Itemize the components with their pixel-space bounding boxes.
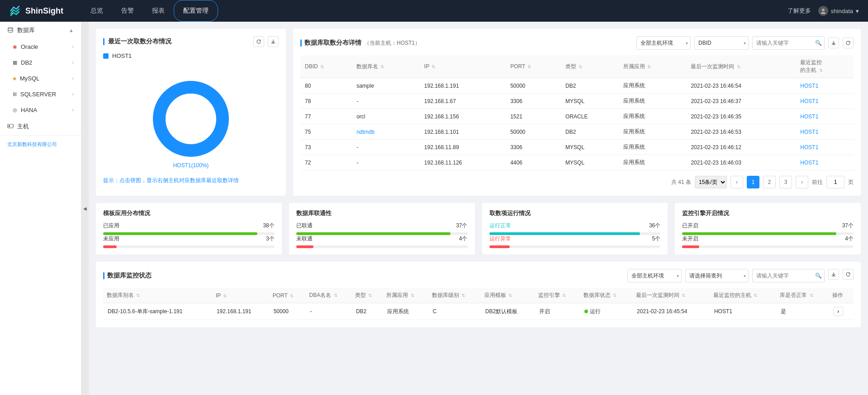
stat-label: 已联通 [296,222,313,230]
cell-app: 应用系统 [619,109,687,124]
host-section-icon [7,123,14,131]
sidebar-item-mysql[interactable]: ◈ MySQL › [0,71,81,86]
sidebar-item-db2[interactable]: ▦ DB2 › [0,55,81,71]
page-input[interactable] [826,176,844,188]
col-app[interactable]: 所属应用 ⇅ [619,55,687,78]
detail-table: DBID ⇅ 数据库名 ⇅ IP ⇅ PORT ⇅ 类型 ⇅ 所属应用 ⇅ 最后… [300,55,854,170]
nav-config[interactable]: 配置管理 [174,0,218,22]
host-link[interactable]: HOST1 [800,98,818,104]
user-avatar [818,6,828,16]
pie-container[interactable]: HOST1(100%) [103,65,279,173]
col-host[interactable]: 最近监控的主机 ⇅ [796,55,854,78]
hana-chevron: › [72,108,74,113]
detail-search-input[interactable] [752,36,825,50]
host-link[interactable]: HOST1 [800,129,818,135]
nav-alert[interactable]: 告警 [112,0,143,22]
sidebar-footer[interactable]: 北京新数科技有限公司 [0,135,81,153]
sidebar-collapse-tab[interactable]: ◀ [81,22,89,395]
mcol-ip[interactable]: IP ⇅ [212,288,269,303]
stat-item-1-1: 未联通 4个 [296,235,468,243]
mcol-host[interactable]: 最近监控的主机 ⇅ [710,288,776,303]
monitor-env-filter[interactable]: 全部主机环境 [627,269,682,282]
monitor-search-input[interactable] [752,269,825,282]
learn-more-link[interactable]: 了解更多 [787,7,811,15]
mcol-type[interactable]: 类型 ⇅ [351,288,383,303]
collapse-tab-icon: ◀ [83,206,87,211]
sidebar-section-host[interactable]: 主机 [0,118,81,135]
cell-last-time: 2021-02-23 16:46:35 [686,109,796,124]
pie-download-btn[interactable] [268,36,279,47]
sidebar-section-database[interactable]: 数据库 ▲ [0,22,81,39]
host-link[interactable]: HOST1 [800,113,818,120]
pie-card-title-row: 最近一次取数分布情况 [103,36,279,47]
page-btn-1[interactable]: 1 [747,176,759,188]
mcol-normal[interactable]: 库是否正常 ⇅ [776,288,829,303]
m-op-btn[interactable]: › [833,307,843,316]
mcol-template[interactable]: 应用模板 ⇅ [481,288,535,303]
col-last-time[interactable]: 最后一次监测时间 ⇅ [686,55,796,78]
prev-page-btn[interactable]: ‹ [730,176,743,188]
type-filter[interactable]: DBID [694,36,749,50]
col-type[interactable]: 类型 ⇅ [561,55,619,78]
mcol-port[interactable]: PORT ⇅ [269,288,306,303]
col-dbid[interactable]: DBID ⇅ [300,55,352,78]
user-info[interactable]: shindata ▾ [818,6,859,16]
user-dropdown-icon[interactable]: ▾ [856,8,859,14]
dbname-link[interactable]: ndtmdb [356,129,375,135]
mcol-app[interactable]: 所属应用 ⇅ [383,288,428,303]
cell-host: HOST1 [796,109,854,124]
detail-card: 数据库取数分布详情 （当前主机：HOST1） 全部主机环境 DBID [293,29,861,196]
detail-card-header: 数据库取数分布详情 （当前主机：HOST1） 全部主机环境 DBID [300,36,854,50]
sidebar-mysql-label: MySQL [20,75,69,82]
detail-download-btn[interactable] [828,38,839,48]
host-link[interactable]: HOST1 [800,144,818,150]
cell-last-time: 2021-02-23 16:46:12 [686,140,796,155]
database-collapse-icon[interactable]: ▲ [69,28,74,33]
sidebar-item-sqlserver[interactable]: ⊞ SQLSERVER › [0,86,81,102]
stat-bar [489,245,510,248]
pie-chart[interactable] [146,74,236,164]
monitor-refresh-btn[interactable] [843,269,854,280]
mysql-chevron: › [72,76,74,81]
mcol-engine[interactable]: 监控引擎 ⇅ [535,288,580,303]
stat-item-2-1: 运行异常 5个 [489,235,661,243]
monitor-title-border [103,272,104,279]
mcol-alias[interactable]: 数据库别名 ⇅ [103,288,212,303]
monitor-refresh-icon [845,272,851,277]
detail-refresh-btn[interactable] [843,38,854,48]
main-content: 最近一次取数分布情况 HOST1 [89,22,868,395]
col-ip[interactable]: IP ⇅ [420,55,506,78]
col-dbname[interactable]: 数据库名 ⇅ [352,55,420,78]
page-size-select[interactable]: 15条/页 [695,176,727,188]
pie-refresh-btn[interactable] [253,36,264,47]
detail-search-icon[interactable]: 🔍 [815,40,822,46]
sqlserver-icon: ⊞ [13,91,17,97]
sidebar-item-oracle[interactable]: ◉ Oracle › [0,39,81,55]
logo[interactable]: ShinSight [9,5,63,17]
env-filter[interactable]: 全部主机环境 [636,36,691,50]
stat-title-2: 取数项运行情况 [489,209,661,217]
monitor-download-btn[interactable] [828,269,839,280]
next-page-btn[interactable]: › [796,176,808,188]
page-btn-2[interactable]: 2 [763,176,776,188]
mcol-op: 操作 [829,288,854,303]
mcol-status[interactable]: 数据库状态 ⇅ [580,288,632,303]
cell-ip: 192.168.1.191 [420,78,506,94]
mcol-last-time[interactable]: 最后一次监测时间 ⇅ [632,288,710,303]
table-row: 72 - 192.168.11.126 4406 MYSQL 应用系统 2021… [300,155,854,170]
nav-report[interactable]: 报表 [143,0,174,22]
pie-card-actions [253,36,279,47]
svg-rect-3 [8,124,13,128]
host-link[interactable]: HOST1 [800,83,818,89]
detail-search-wrapper: 🔍 [752,36,825,50]
mcol-level[interactable]: 数据库级别 ⇅ [428,288,481,303]
sidebar-item-hana[interactable]: ◎ HANA › [0,102,81,118]
nav-overview[interactable]: 总览 [81,0,112,22]
monitor-search-icon[interactable]: 🔍 [815,273,822,279]
monitor-col-filter[interactable]: 请选择筛查列 [685,269,749,282]
host-link[interactable]: HOST1 [800,160,818,166]
mcol-dba[interactable]: DBA名名 ⇅ [306,288,351,303]
page-btn-3[interactable]: 3 [779,176,792,188]
table-row: 78 - 192.168.1.67 3306 MYSQL 应用系统 2021-0… [300,94,854,109]
col-port[interactable]: PORT ⇅ [506,55,561,78]
